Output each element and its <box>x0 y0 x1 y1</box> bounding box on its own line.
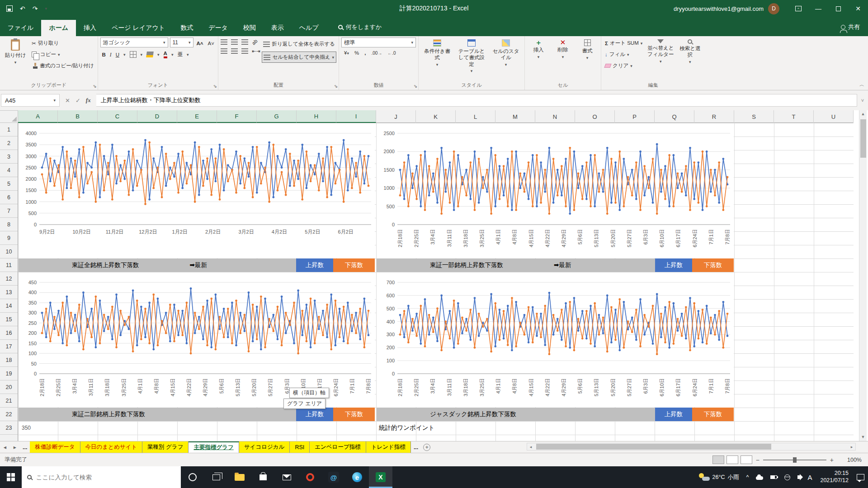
font-size-combo[interactable]: 11▾ <box>170 38 193 47</box>
normal-view-icon[interactable] <box>712 455 724 464</box>
row-header-12[interactable]: 12 <box>0 272 18 286</box>
ribbon-tab-数式[interactable]: 数式 <box>173 20 201 36</box>
cancel-entry-icon[interactable]: ✕ <box>65 97 70 104</box>
row-header-22[interactable]: 22 <box>0 408 18 421</box>
excel-taskbar-button[interactable]: X <box>369 466 392 488</box>
column-header-T[interactable]: T <box>774 110 814 123</box>
sheet-nav-right-icon[interactable]: ▸ <box>10 441 20 453</box>
more-sheets-left[interactable]: ... <box>20 441 30 453</box>
row-header-14[interactable]: 14 <box>0 299 18 313</box>
clear-button[interactable]: クリア▾ <box>604 60 644 71</box>
sheet-nav-left-icon[interactable]: ◂ <box>0 441 10 453</box>
column-header-O[interactable]: O <box>575 110 615 123</box>
insert-cells-button[interactable]: ＋挿入▾ <box>527 38 550 61</box>
column-header-A[interactable]: A <box>18 110 58 123</box>
collapse-ribbon-icon[interactable]: ︿ <box>859 81 864 88</box>
column-header-S[interactable]: S <box>734 110 774 123</box>
ribbon-display-options-icon[interactable]: ^ <box>788 0 808 17</box>
shrink-font-button[interactable]: A˅ <box>207 38 216 49</box>
sheet-tab-株価診断データ[interactable]: 株価診断データ <box>30 441 80 453</box>
sheet-tab-今日のまとめサイト[interactable]: 今日のまとめサイト <box>80 441 143 453</box>
indent-icon[interactable]: ⇤⇥ <box>252 48 260 54</box>
formula-input[interactable]: 上昇率上位銘柄数・下降率上位変動数 <box>96 94 857 107</box>
phonetic-guide-icon[interactable]: 亜 <box>177 51 183 58</box>
increase-decimal-icon[interactable]: .00→ <box>371 51 382 56</box>
font-color-icon[interactable]: A <box>164 51 167 58</box>
horizontal-scroll-thumb[interactable] <box>536 444 771 450</box>
delete-cells-button[interactable]: ✕削除▾ <box>552 38 574 61</box>
page-layout-view-icon[interactable] <box>726 455 738 464</box>
copy-button[interactable]: コピー▾ <box>30 49 95 60</box>
column-header-C[interactable]: C <box>98 110 137 123</box>
share-button[interactable]: 共有 <box>841 23 868 36</box>
red-circle-app-button[interactable] <box>298 466 322 488</box>
autosum-button[interactable]: Σオート SUM▾ <box>604 38 644 49</box>
column-header-G[interactable]: G <box>257 110 297 123</box>
row-header-19[interactable]: 19 <box>0 367 18 380</box>
cortana-button[interactable] <box>181 466 204 488</box>
underline-button[interactable]: U <box>116 52 119 57</box>
row-header-9[interactable]: 9 <box>0 231 18 245</box>
sheet-tab-トレンド指標[interactable]: トレンド指標 <box>366 441 411 453</box>
align-bottom-icon[interactable] <box>241 39 248 45</box>
column-header-B[interactable]: B <box>58 110 98 123</box>
align-middle-icon[interactable] <box>231 39 238 45</box>
column-header-P[interactable]: P <box>615 110 655 123</box>
ribbon-tab-ヘルプ[interactable]: ヘルプ <box>292 20 326 36</box>
column-header-E[interactable]: E <box>177 110 217 123</box>
row-header-11[interactable]: 11 <box>0 258 18 272</box>
fill-color-icon[interactable] <box>146 52 154 57</box>
cell-styles-button[interactable]: セルのスタイル▾ <box>490 38 522 69</box>
undo-icon[interactable]: ↶ <box>20 5 25 12</box>
onedrive-tray-button[interactable] <box>752 466 767 488</box>
scroll-up-icon[interactable]: ▲ <box>859 110 867 118</box>
column-header-M[interactable]: M <box>495 110 535 123</box>
conditional-formatting-button[interactable]: 条件付き書式▾ <box>421 38 453 69</box>
horizontal-scrollbar[interactable]: ◂ ▸ <box>527 443 856 450</box>
row-header-23[interactable]: 23 <box>0 421 18 435</box>
format-as-table-button[interactable]: テーブルとして書式設定▾ <box>455 38 488 75</box>
redo-icon[interactable]: ↷ <box>33 5 38 12</box>
ribbon-tab-挿入[interactable]: 挿入 <box>76 20 104 36</box>
column-header-Q[interactable]: Q <box>655 110 694 123</box>
sheet-tab-業種別 グラフ[interactable]: 業種別 グラフ <box>142 441 189 453</box>
row-header-6[interactable]: 6 <box>0 191 18 204</box>
column-header-D[interactable]: D <box>137 110 177 123</box>
vertical-scroll-thumb[interactable] <box>860 119 866 158</box>
taskbar-search[interactable] <box>22 466 181 488</box>
ribbon-tab-データ[interactable]: データ <box>201 20 236 36</box>
align-right-icon[interactable] <box>241 48 248 54</box>
minimize-button[interactable]: — <box>808 0 828 17</box>
save-icon[interactable] <box>6 5 13 12</box>
row-header-2[interactable]: 2 <box>0 136 18 150</box>
sheet-tab-RSI[interactable]: RSI <box>290 441 310 453</box>
row-header-15[interactable]: 15 <box>0 313 18 326</box>
scroll-right-icon[interactable]: ▸ <box>848 445 855 449</box>
page-break-view-icon[interactable] <box>741 455 752 464</box>
scroll-left-icon[interactable]: ◂ <box>527 445 534 449</box>
file-explorer-button[interactable] <box>228 466 251 488</box>
grow-font-button[interactable]: A˄ <box>195 38 205 49</box>
zoom-slider[interactable] <box>763 460 826 460</box>
borders-icon[interactable] <box>130 51 137 58</box>
row-header-7[interactable]: 7 <box>0 204 18 218</box>
action-center-button[interactable] <box>853 466 868 488</box>
align-center-icon[interactable] <box>231 48 238 54</box>
column-header-F[interactable]: F <box>217 110 257 123</box>
align-top-icon[interactable] <box>221 39 227 45</box>
fill-button[interactable]: ↓フィル▾ <box>604 49 644 60</box>
dialog-launcher-icon[interactable]: ⇘ <box>334 84 338 89</box>
column-header-L[interactable]: L <box>456 110 495 123</box>
column-header-K[interactable]: K <box>416 110 456 123</box>
zoom-level[interactable]: 100% <box>843 457 862 463</box>
row-header-8[interactable]: 8 <box>0 218 18 231</box>
zoom-slider-thumb[interactable] <box>793 457 797 463</box>
avatar[interactable]: D <box>768 3 779 14</box>
tell-me-search[interactable]: 何をしますか <box>326 23 387 36</box>
dialog-launcher-icon[interactable]: ⇘ <box>213 84 217 89</box>
tray-expand-button[interactable]: ^ <box>743 466 753 488</box>
confirm-entry-icon[interactable]: ✓ <box>75 97 80 104</box>
ribbon-tab-ファイル[interactable]: ファイル <box>0 20 41 36</box>
vertical-scrollbar[interactable]: ▲ ▼ <box>859 110 867 441</box>
merge-center-button[interactable]: セルを結合して中央揃え▾ <box>262 52 336 63</box>
